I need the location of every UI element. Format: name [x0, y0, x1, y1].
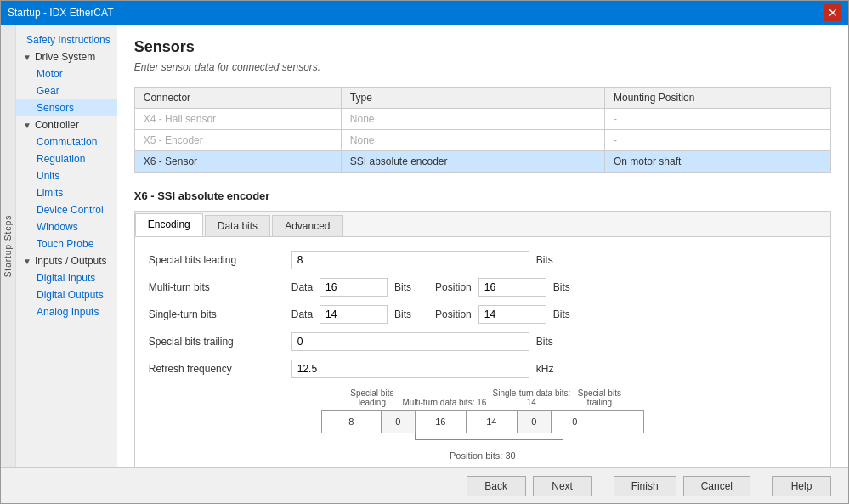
special-trailing-input[interactable] [291, 332, 529, 351]
single-turn-data-label: Data [291, 309, 313, 320]
sidebar-item-digital-outputs[interactable]: Digital Outputs [16, 286, 117, 303]
position-bits-label: Position bits: 30 [450, 450, 516, 461]
diag-label-special-leading: Special bits leading [342, 388, 402, 407]
multi-turn-label: Multi-turn bits [149, 281, 285, 293]
single-turn-label: Single-turn bits [149, 309, 285, 320]
sidebar-item-safety-instructions[interactable]: Safety Instructions [16, 31, 117, 48]
sidebar-item-motor[interactable]: Motor [16, 65, 117, 82]
table-row[interactable]: X4 - Hall sensor None - [134, 109, 830, 130]
row1-connector: X4 - Hall sensor [134, 109, 341, 130]
single-turn-position-unit: Bits [553, 309, 587, 320]
sidebar-item-gear[interactable]: Gear [16, 82, 117, 99]
refresh-input[interactable] [291, 360, 529, 378]
single-turn-position-input[interactable] [478, 305, 546, 324]
row2-type: None [341, 130, 604, 151]
field-row-refresh: Refresh frequency kHz [149, 360, 817, 378]
table-row-selected[interactable]: X6 - Sensor SSI absolute encoder On moto… [134, 151, 830, 173]
col-mounting: Mounting Position [605, 88, 831, 109]
sidebar-item-digital-inputs[interactable]: Digital Inputs [16, 269, 117, 286]
tab-bar: Encoding Data bits Advanced [135, 212, 830, 237]
separator [761, 479, 761, 494]
sidebar-item-sensors[interactable]: Sensors [16, 99, 117, 116]
tab-content-encoding: Special bits leading Bits Multi-turn bit… [135, 237, 830, 467]
single-turn-data-unit: Bits [394, 309, 428, 320]
help-button[interactable]: Help [772, 476, 831, 496]
bottom-bar: Back Next Finish Cancel Help [1, 467, 848, 503]
separator [603, 479, 603, 494]
main-content: Startup Steps Safety Instructions ▼ Driv… [1, 25, 848, 467]
multi-turn-data-label: Data [291, 281, 313, 293]
sidebar-wrapper: Startup Steps Safety Instructions ▼ Driv… [1, 25, 117, 467]
sidebar-item-regulation[interactable]: Regulation [16, 150, 117, 167]
table-row[interactable]: X5 - Encoder None - [134, 130, 830, 151]
window-title: Startup - IDX EtherCAT [8, 7, 113, 19]
sidebar-group-drive-system[interactable]: ▼ Drive System [16, 48, 117, 65]
next-button[interactable]: Next [533, 476, 592, 496]
sidebar-group-inputs-outputs[interactable]: ▼ Inputs / Outputs [16, 252, 117, 269]
diagram-bars: 8 0 16 14 0 0 [321, 410, 644, 433]
refresh-label: Refresh frequency [149, 363, 285, 375]
sidebar-item-touch-probe[interactable]: Touch Probe [16, 235, 117, 252]
sidebar-item-device-control[interactable]: Device Control [16, 201, 117, 218]
field-row-single-turn: Single-turn bits Data Bits Position Bits [149, 305, 817, 324]
arrow-icon: ▼ [23, 53, 31, 62]
sidebar-item-windows[interactable]: Windows [16, 218, 117, 235]
finish-button[interactable]: Finish [614, 476, 676, 496]
title-bar: Startup - IDX EtherCAT ✕ [1, 1, 848, 25]
field-row-special-trailing: Special bits trailing Bits [149, 332, 817, 351]
sensor-table: Connector Type Mounting Position X4 - Ha… [134, 87, 831, 173]
row2-connector: X5 - Encoder [134, 130, 341, 151]
content-area: Sensors Enter sensor data for connected … [117, 25, 848, 467]
close-button[interactable]: ✕ [824, 4, 841, 21]
tab-data-bits[interactable]: Data bits [205, 215, 270, 236]
special-trailing-unit: Bits [536, 336, 570, 348]
sidebar-nav: Safety Instructions ▼ Drive System Motor… [16, 25, 117, 467]
diag-label-special-trailing: Special bits trailing [576, 388, 623, 407]
sidebar-item-commutation[interactable]: Commutation [16, 133, 117, 150]
sidebar-item-limits[interactable]: Limits [16, 184, 117, 201]
row2-mounting: - [605, 130, 831, 151]
field-row-special-leading: Special bits leading Bits [149, 251, 817, 269]
row3-type: SSI absolute encoder [341, 151, 604, 173]
diagram-bar-0-right: 0 [518, 411, 552, 433]
sidebar-item-analog-inputs[interactable]: Analog Inputs [16, 303, 117, 320]
arrow-icon: ▼ [23, 257, 31, 266]
bit-diagram: Special bits leading Multi-turn data bit… [149, 388, 817, 461]
multi-turn-position-unit: Bits [553, 281, 587, 293]
diag-label-single-turn: Single-turn data bits: 14 [487, 388, 576, 407]
single-turn-data-input[interactable] [320, 305, 388, 324]
special-leading-label: Special bits leading [149, 254, 285, 266]
row3-connector: X6 - Sensor [134, 151, 341, 173]
special-leading-unit: Bits [536, 254, 570, 266]
diag-label-multi-turn: Multi-turn data bits: 16 [402, 398, 487, 407]
multi-turn-data-unit: Bits [394, 281, 428, 293]
arrow-icon: ▼ [23, 121, 31, 130]
tab-encoding[interactable]: Encoding [135, 213, 203, 236]
page-title: Sensors [134, 38, 831, 56]
diagram-bar-0-left: 0 [382, 411, 416, 433]
row1-type: None [341, 109, 604, 130]
page-subtitle: Enter sensor data for connected sensors. [134, 61, 831, 73]
diagram-bar-8: 8 [322, 411, 382, 433]
sidebar-vertical-label: Startup Steps [1, 25, 16, 467]
diagram-bracket [321, 433, 644, 449]
back-button[interactable]: Back [467, 476, 526, 496]
row3-mounting: On motor shaft [605, 151, 831, 173]
row1-mounting: - [605, 109, 831, 130]
diagram-bar-16: 16 [416, 411, 467, 433]
diagram-bar-14: 14 [467, 411, 518, 433]
refresh-unit: kHz [536, 363, 570, 375]
special-leading-input[interactable] [291, 251, 529, 269]
diagram-bar-0-trailing: 0 [552, 411, 598, 433]
multi-turn-data-input[interactable] [320, 278, 388, 297]
sidebar-item-units[interactable]: Units [16, 167, 117, 184]
field-row-multi-turn: Multi-turn bits Data Bits Position Bits [149, 278, 817, 297]
cancel-button[interactable]: Cancel [683, 476, 750, 496]
encoder-section: Encoding Data bits Advanced Special bits… [134, 211, 831, 467]
single-turn-position-label: Position [435, 309, 472, 320]
col-type: Type [341, 88, 604, 109]
encoder-section-title: X6 - SSI absolute encoder [134, 190, 831, 202]
tab-advanced[interactable]: Advanced [272, 215, 342, 236]
sidebar-group-controller[interactable]: ▼ Controller [16, 116, 117, 133]
multi-turn-position-input[interactable] [478, 278, 546, 297]
